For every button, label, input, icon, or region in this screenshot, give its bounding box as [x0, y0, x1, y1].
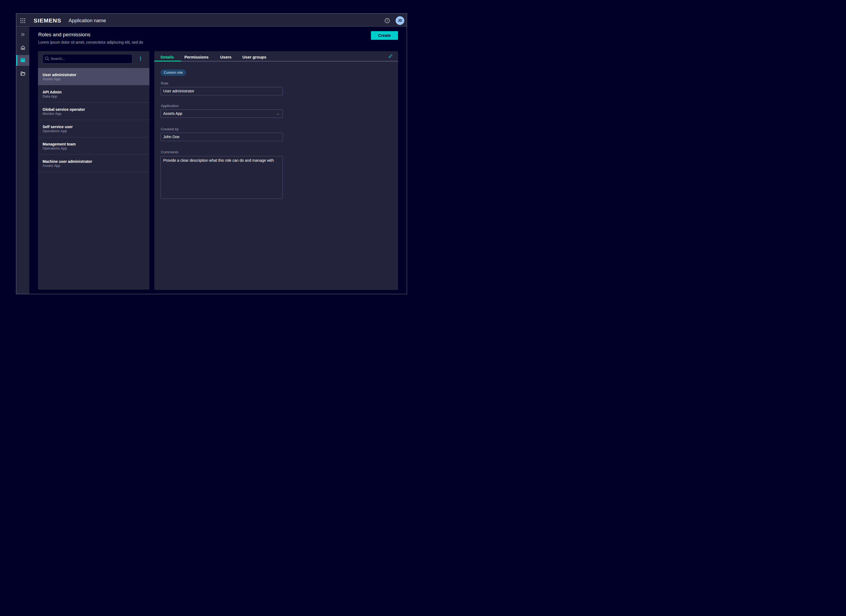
svg-text:?: ? — [386, 19, 388, 22]
